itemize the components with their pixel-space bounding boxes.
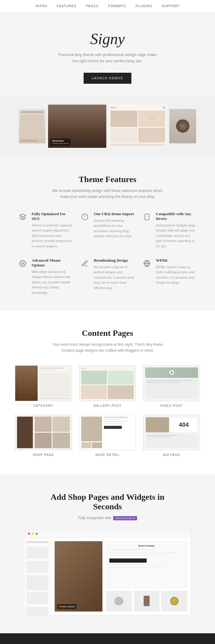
feature-seo: Fully Optimized For SEO Theme is perfect… (18, 212, 73, 249)
maximize-dot (36, 533, 38, 535)
shop-section: Add Shop Pages and Widgets in Seconds Fu… (0, 474, 215, 633)
feature-compat: Compatible with Any Device Having these … (142, 212, 197, 249)
hero-title: Signy (12, 30, 203, 48)
content-video-thumb (143, 365, 200, 401)
feature-design-title: Breathtaking Design (94, 258, 135, 263)
hero-subtitle: Personal blog theme with professional de… (57, 52, 158, 64)
features-grid: Fully Optimized For SEO Theme is perfect… (18, 212, 197, 296)
content-video-label: VIDEO POST (143, 404, 200, 407)
svg-marker-0 (20, 214, 26, 217)
close-dot (28, 533, 30, 535)
feature-wpml-title: WPML (156, 258, 197, 263)
globe-icon (142, 259, 152, 268)
features-section: Theme Features We include astonishing de… (0, 157, 215, 311)
main-nav: INTRO FEATURES PAGES FORMATS PLUGINS SUP… (0, 0, 215, 12)
content-shop-detail-label: SHOP DETAIL (79, 453, 136, 457)
nav-formats[interactable]: FORMATS (108, 4, 126, 8)
demo-screenshot-3[interactable]: Signy STOP (109, 105, 167, 148)
feature-seo-desc: Theme is perfectly supports search engin… (32, 223, 73, 249)
cta-section: Start Blogging with Signy Personal Blog … (0, 633, 215, 644)
demo-screenshot-2[interactable]: Daryl Dixon Personal blog theme (48, 105, 106, 148)
content-shop[interactable]: SHOP PAGE (15, 415, 72, 457)
woocommerce-badge: WooCommerce (113, 516, 137, 520)
product-card-3 (161, 591, 187, 612)
shop-subtitle: Fully Integrated with WooCommerce (48, 515, 167, 521)
content-shop-thumb (15, 415, 72, 450)
content-gallery[interactable]: Signy GALLERY POST (79, 365, 136, 407)
svg-rect-4 (145, 214, 149, 220)
nav-pages[interactable]: PAGES (86, 4, 99, 8)
layers-icon (18, 212, 27, 222)
feature-compat-desc: Having these multiple page designs that … (156, 223, 197, 249)
product-cards-row (106, 591, 187, 612)
click-icon (80, 212, 90, 222)
sidebar-item-1 (27, 547, 48, 558)
content-shop-detail[interactable]: SHOP DETAIL (79, 415, 136, 457)
mockup-titlebar (24, 530, 191, 538)
feature-compat-title: Compatible with Any Device (156, 212, 197, 221)
nav-support[interactable]: SUPPORT (162, 4, 179, 8)
product-card-1 (106, 591, 132, 612)
nav-intro[interactable]: INTRO (36, 4, 47, 8)
content-shop-label: SHOP PAGE (15, 453, 72, 457)
pen-icon (80, 259, 90, 268)
shop-hero-image: Product details (55, 541, 102, 612)
feature-options-desc: With these advanced & elegant theme opti… (32, 269, 73, 296)
content-video[interactable]: VIDEO POST (143, 365, 200, 407)
feature-design-desc: We provide a big set of perfect designs … (94, 265, 135, 291)
hero-section: Signy Personal blog theme with professio… (0, 12, 215, 96)
minimize-dot (32, 533, 34, 535)
content-section: Content Pages Your work must always reco… (0, 311, 215, 474)
feature-demo-desc: Explore the amazing possibilities for yo… (94, 218, 135, 239)
demo-strip: Daryl Dixon Personal blog theme Signy ST… (0, 96, 215, 157)
content-shop-detail-thumb (79, 415, 136, 450)
content-category-label: CATEGORY (15, 404, 72, 407)
sidebar-item-4 (27, 592, 48, 604)
device-icon (142, 212, 152, 222)
demo-screenshot-4[interactable]: Food (169, 109, 196, 143)
content-gallery-thumb: Signy (79, 365, 136, 401)
shop-hero-label: Product details (57, 604, 76, 609)
feature-wpml-desc: WPML makes it easy to build multilingual… (156, 265, 197, 285)
content-gallery-label: GALLERY POST (79, 404, 136, 407)
product-card-2 (134, 591, 160, 612)
sidebar-item-5 (27, 607, 48, 615)
product-detail-panel: Board Clamps (106, 541, 187, 588)
feature-demo: One Click Demo Import Explore the amazin… (80, 212, 135, 249)
content-404[interactable]: 404 404 PAGE (143, 415, 200, 457)
content-category[interactable]: CATEGORY (15, 365, 72, 407)
features-title: Theme Features (18, 175, 197, 184)
hero-cta-button[interactable]: LAUNCH DEMOS (84, 73, 132, 84)
content-404-label: 404 PAGE (143, 453, 200, 457)
feature-design: Breathtaking Design We provide a big set… (80, 258, 135, 296)
mockup-body: Product details Board Clamps (24, 538, 191, 615)
content-category-thumb (15, 365, 72, 401)
sidebar-item-2 (27, 561, 48, 573)
features-subtitle: We include astonishing design with these… (48, 188, 167, 200)
mockup-sidebar (24, 538, 51, 615)
nav-features[interactable]: FEATURES (57, 4, 76, 8)
feature-options-title: Advanced Theme Options (32, 258, 73, 268)
shop-right-panel: Board Clamps (106, 541, 187, 612)
content-subtitle: Your work must always recognizable at fi… (48, 342, 167, 353)
shop-title: Add Shop Pages and Widgets in Seconds (15, 492, 200, 511)
demo-screenshot-1[interactable] (19, 109, 46, 143)
feature-seo-title: Fully Optimized For SEO (32, 212, 73, 221)
content-title: Content Pages (15, 328, 200, 338)
mockup-main: Product details Board Clamps (51, 538, 191, 615)
feature-demo-title: One Click Demo Import (94, 212, 135, 216)
content-grid: CATEGORY Signy GALLERY POST (15, 365, 200, 457)
feature-wpml: WPML WPML makes it easy to build multili… (142, 258, 197, 296)
feature-options: Advanced Theme Options With these advanc… (18, 258, 73, 296)
content-404-thumb: 404 (143, 415, 200, 450)
settings-icon (18, 259, 27, 268)
shop-mockup: Product details Board Clamps (24, 530, 191, 615)
sidebar-item-3 (27, 575, 48, 590)
nav-plugins[interactable]: PLUGINS (136, 4, 152, 8)
svg-point-6 (22, 263, 24, 264)
